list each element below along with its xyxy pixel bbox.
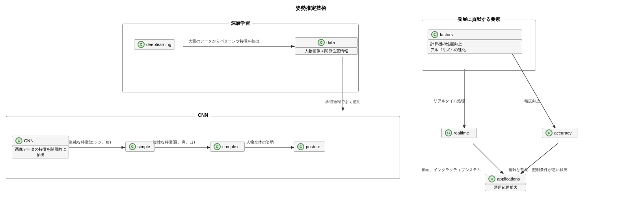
c-icon-applications: C	[488, 175, 495, 182]
node-posture: C posture	[294, 142, 325, 157]
node-data-sublabel: 人物画像＋関節位置情報	[295, 48, 358, 55]
edge-label-factors-accuracy: 精度向上	[524, 98, 540, 104]
edge-label-cnn-simple: 単純な特徴(エッジ、角)	[69, 140, 111, 145]
c-icon-deeplearning: C	[138, 41, 145, 48]
node-complex-label: complex	[222, 144, 238, 149]
diagram-container: 姿勢推定技術 深層学習 CNN 発展に貢献する	[0, 0, 644, 208]
node-applications-sublabel: 適用範囲拡大	[485, 184, 526, 191]
edge-label-realtime-apps: 動画、インタラクティブシステム	[422, 167, 481, 173]
deeplearning-group: 深層学習	[122, 24, 359, 92]
page-title: 姿勢推定技術	[296, 5, 326, 12]
node-posture-label: posture	[306, 144, 320, 149]
node-factors: C factors 計算機の性能向上アルゴリズムの進化	[428, 29, 522, 54]
c-icon-simple: C	[129, 143, 136, 150]
node-realtime-label: realtime	[454, 131, 469, 135]
factors-group-title: 発展に貢献する要素	[455, 16, 503, 23]
node-factors-sublabel: 計算機の性能向上アルゴリズムの進化	[428, 40, 522, 54]
node-simple: C simple	[125, 142, 155, 157]
deeplearning-group-title: 深層学習	[229, 20, 252, 27]
node-cnn-sublabel: 画像データの特徴を階層的に抽出	[12, 146, 69, 158]
node-complex: C complex	[210, 142, 245, 157]
node-accuracy: C accuracy	[542, 128, 577, 144]
c-icon-complex: C	[214, 143, 221, 150]
edge-label-complex-posture: 人物全体の姿勢	[246, 140, 274, 145]
c-icon-posture: C	[297, 143, 304, 150]
node-cnn-label: CNN	[24, 138, 34, 143]
node-deeplearning-label: deeplearning	[146, 42, 171, 47]
edge-label-dl-data: 大量のデータからパターンや特徴を抽出	[188, 39, 259, 44]
node-factors-label: factors	[440, 32, 453, 37]
edge-label-accuracy-apps: 複雑な背景、照明条件が悪い状況	[508, 167, 568, 173]
c-icon-data: C	[318, 39, 325, 46]
node-applications-label: applications	[497, 177, 520, 181]
node-deeplearning: C deeplearning	[134, 39, 175, 55]
cnn-group-title: CNN	[195, 112, 210, 118]
edge-label-factors-realtime: リアルタイム処理	[434, 98, 465, 104]
node-data-label: data	[326, 40, 335, 45]
node-applications: C applications 適用範囲拡大	[485, 174, 526, 191]
c-icon-accuracy: C	[545, 129, 553, 136]
edge-label-simple-complex: 複雑な特徴(目、鼻、口)	[153, 140, 195, 145]
node-cnn: C CNN 画像データの特徴を階層的に抽出	[12, 136, 69, 158]
c-icon-realtime: C	[445, 129, 452, 136]
node-accuracy-label: accuracy	[554, 131, 571, 135]
edge-label-data-cnn: 学習過程でよく使用	[325, 99, 361, 105]
node-data: C data 人物画像＋関節位置情報	[295, 37, 358, 55]
node-realtime: C realtime	[441, 128, 477, 144]
c-icon-factors: C	[431, 31, 438, 38]
c-icon-cnn: C	[15, 137, 22, 144]
node-simple-label: simple	[138, 144, 150, 149]
